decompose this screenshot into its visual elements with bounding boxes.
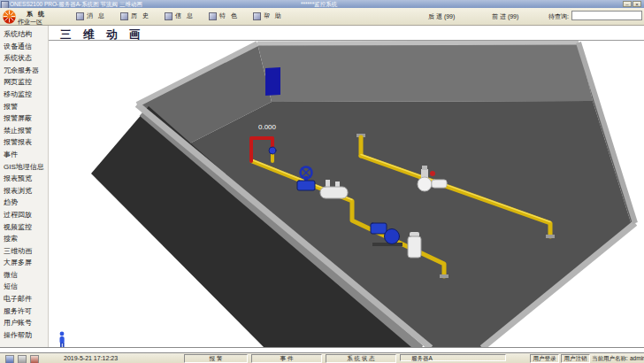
- sidebar-item-multi-screen[interactable]: 大屏多屏: [0, 257, 48, 269]
- sidebar-item-wechat[interactable]: 微信: [0, 269, 48, 282]
- menu-item-label: 特 色: [219, 12, 239, 20]
- sidebar-item-gis-info[interactable]: GIS地理信息: [0, 161, 48, 174]
- status-bar: 2019-5-21 17:12:23 报 警 事 件 系 统 状 态 服务器A …: [0, 353, 644, 363]
- current-user-label: 当前用户名称:: [592, 355, 628, 362]
- sidebar-item-video-monitor[interactable]: 视频监控: [0, 221, 48, 234]
- sidebar-item-trend[interactable]: 趋势: [0, 197, 48, 209]
- menu-item-help[interactable]: 帮 助: [253, 12, 283, 20]
- menu-item-history[interactable]: 历 史: [120, 12, 150, 20]
- menu-item-message[interactable]: 消 息: [76, 12, 106, 20]
- menu-item-info[interactable]: 信 息: [165, 12, 195, 20]
- connection-status-icon[interactable]: [5, 355, 14, 363]
- back-button[interactable]: 后 退 (99): [428, 12, 455, 21]
- menu-item-features[interactable]: 特 色: [209, 12, 239, 20]
- sidebar-item-3d-animation[interactable]: 三维动画: [0, 245, 48, 258]
- sidebar-item-report-browse[interactable]: 报表浏览: [0, 185, 48, 197]
- user-logout-button[interactable]: 用户注销: [561, 354, 590, 363]
- sidebar-item-operation-help[interactable]: 操作帮助: [0, 329, 48, 342]
- sidebar-item-process-replay[interactable]: 过程回放: [0, 209, 48, 221]
- pump-motor: [371, 223, 387, 234]
- sidebar-item-alarm-shield[interactable]: 报警屏蔽: [0, 112, 48, 125]
- menu-item-label: 信 息: [175, 12, 195, 20]
- clock: 2019-5-21 17:12:23: [64, 355, 118, 362]
- user-login-button[interactable]: 用户登录: [530, 354, 559, 363]
- menu-item-label: 消 息: [87, 12, 106, 20]
- petrochina-logo: [2, 9, 17, 24]
- content-area: 三 维 动 画: [49, 26, 644, 347]
- sidebar-item-system-structure[interactable]: 系统结构: [0, 28, 48, 41]
- pump-body: [385, 229, 400, 244]
- server-status-icon[interactable]: [18, 355, 27, 363]
- server-name: 服务器A: [400, 354, 506, 361]
- close-button[interactable]: ×: [632, 1, 641, 7]
- valve-handle[interactable]: [430, 171, 435, 176]
- history-icon: [120, 12, 128, 20]
- window-controls: – ×: [623, 1, 641, 7]
- vertical-unit[interactable]: [408, 232, 421, 258]
- comm-status-icon[interactable]: [30, 355, 39, 363]
- sidebar-item-mobile-monitor[interactable]: 移动监控: [0, 89, 48, 101]
- alarm-panel-button[interactable]: 报 警: [184, 354, 248, 363]
- sidebar-item-alarm-report[interactable]: 报警报表: [0, 136, 48, 149]
- sidebar-item-sms[interactable]: 短信: [0, 281, 48, 293]
- pipe-flange: [440, 274, 448, 278]
- sidebar-item-service-license[interactable]: 服务许可: [0, 305, 48, 318]
- wall-back-inner: [257, 42, 593, 102]
- door-panel: [265, 67, 280, 96]
- forward-button[interactable]: 前 进 (99): [492, 12, 518, 21]
- sidebar-item-system-status[interactable]: 系统状态: [0, 52, 48, 65]
- sidebar-item-report-preview[interactable]: 报表预览: [0, 173, 48, 185]
- system-status-button[interactable]: 系 统 状 态: [326, 354, 396, 363]
- menu-item-label: 帮 助: [264, 12, 283, 20]
- search-label: 待查询:: [548, 12, 569, 21]
- info-icon: [165, 12, 172, 20]
- bypass-valve[interactable]: [269, 147, 276, 154]
- sidebar-item-search[interactable]: 搜索: [0, 233, 48, 245]
- sidebar: 系统结构 设备通信 系统状态 冗余服务器 网页监控 移动监控 报警 报警屏蔽 禁…: [0, 26, 49, 347]
- application-window: ONESS2100 PRO-服务器A-系统图 节流阀 三维动画 ******监控…: [0, 0, 644, 363]
- current-user-value: admin: [630, 355, 644, 362]
- 3d-scene[interactable]: 0.000: [55, 41, 644, 347]
- title-bar: ONESS2100 PRO-服务器A-系统图 节流阀 三维动画 ******监控…: [0, 0, 644, 8]
- features-icon: [209, 12, 217, 20]
- help-icon: [253, 12, 261, 20]
- sidebar-item-event[interactable]: 事件: [0, 149, 48, 161]
- menu-bar: 系 统 作业一区 消 息 历 史 信 息 特 色 帮 助 后 退 (99) 前 …: [0, 8, 644, 26]
- message-icon: [76, 12, 84, 20]
- menu-item-label: 历 史: [131, 12, 150, 20]
- event-panel-button[interactable]: 事 件: [251, 354, 322, 363]
- sidebar-item-alarm[interactable]: 报警: [0, 101, 48, 113]
- sidebar-item-alarm-disable[interactable]: 禁止报警: [0, 125, 48, 137]
- sidebar-item-device-comm[interactable]: 设备通信: [0, 41, 48, 53]
- window-title-system-name: ******监控系统: [301, 0, 337, 8]
- sidebar-item-web-monitor[interactable]: 网页监控: [0, 76, 48, 89]
- minimize-button[interactable]: –: [623, 1, 632, 7]
- pipe-flange: [546, 235, 555, 238]
- sidebar-item-redundant-server[interactable]: 冗余服务器: [0, 65, 48, 77]
- search-input[interactable]: [571, 11, 642, 20]
- room: [55, 42, 644, 347]
- alarm-message-strip: [0, 347, 644, 353]
- window-title: ONESS2100 PRO-服务器A-系统图 节流阀 三维动画: [10, 0, 142, 8]
- rim-back: [257, 42, 579, 43]
- sidebar-item-user-account[interactable]: 用户账号: [0, 317, 48, 329]
- sidebar-item-email[interactable]: 电子邮件: [0, 293, 48, 305]
- level-value-label: 0.000: [258, 123, 277, 131]
